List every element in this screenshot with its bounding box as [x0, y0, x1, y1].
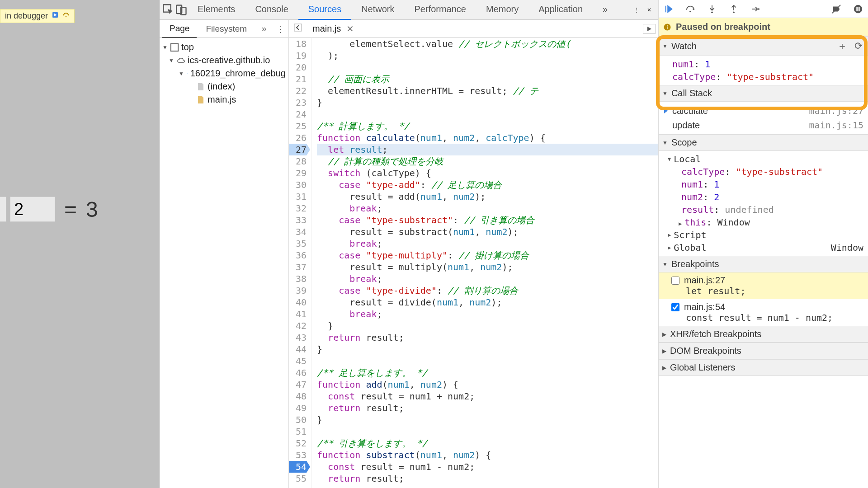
- code-line[interactable]: }: [317, 414, 658, 426]
- code-line[interactable]: result = divide(num1, num2);: [317, 296, 658, 308]
- line-number[interactable]: 23: [289, 97, 307, 108]
- line-number[interactable]: 47: [289, 379, 307, 390]
- scope-variable[interactable]: num2: 2: [659, 191, 868, 203]
- devtools-close-icon[interactable]: ✕: [643, 4, 656, 16]
- code-line[interactable]: /** 引き算をします。 */: [317, 437, 658, 449]
- line-number[interactable]: 50: [289, 414, 307, 426]
- code-line[interactable]: result = multiply(num1, num2);: [317, 261, 658, 273]
- line-number[interactable]: 25: [289, 120, 307, 132]
- line-number[interactable]: 41: [289, 308, 307, 320]
- line-number[interactable]: 24: [289, 108, 307, 120]
- num1-spinner-partial[interactable]: [0, 197, 6, 222]
- line-number[interactable]: 36: [289, 249, 307, 261]
- tab-sources[interactable]: Sources: [298, 0, 351, 20]
- xhr-breakpoints-header[interactable]: ▶XHR/fetch Breakpoints: [659, 326, 868, 343]
- tree-file-mainjs[interactable]: main.js: [161, 93, 287, 106]
- nav-more-icon[interactable]: »: [259, 23, 269, 34]
- tree-domain[interactable]: ▼ ics-creative.github.io: [161, 54, 287, 67]
- code-line[interactable]: // 計算の種類で処理を分岐: [317, 155, 658, 167]
- step-into-icon[interactable]: [706, 4, 718, 14]
- step-over-icon[interactable]: [684, 4, 697, 14]
- code-line[interactable]: const result = num1 - num2;: [317, 461, 658, 473]
- line-number[interactable]: 49: [289, 402, 307, 414]
- line-number[interactable]: 52: [289, 437, 307, 449]
- line-number[interactable]: 33: [289, 214, 307, 226]
- code-line[interactable]: case "type-multiply": // 掛け算の場合: [317, 249, 658, 261]
- nav-tab-page[interactable]: Page: [162, 20, 197, 38]
- line-number[interactable]: 22: [289, 85, 307, 97]
- code-line[interactable]: case "type-divide": // 割り算の場合: [317, 285, 658, 296]
- callstack-section-header[interactable]: ▼ Call Stack: [659, 85, 868, 102]
- line-number[interactable]: 42: [289, 320, 307, 332]
- code-line[interactable]: switch (calcType) {: [317, 167, 658, 179]
- code-line[interactable]: }: [317, 97, 658, 108]
- global-listeners-header[interactable]: ▶Global Listeners: [659, 359, 868, 376]
- line-number[interactable]: 46: [289, 367, 307, 379]
- code-line[interactable]: }: [317, 320, 658, 332]
- scope-this[interactable]: ▶this: Window: [659, 216, 868, 229]
- line-number[interactable]: 30: [289, 179, 307, 191]
- scope-variable[interactable]: result: undefined: [659, 203, 868, 216]
- line-number[interactable]: 29: [289, 167, 307, 179]
- editor-tab-mainjs[interactable]: main.js ✕: [308, 21, 360, 37]
- inspect-element-icon[interactable]: [162, 4, 175, 16]
- code-line[interactable]: return result;: [317, 402, 658, 414]
- deactivate-breakpoints-icon[interactable]: [830, 4, 843, 14]
- code-line[interactable]: function add(num1, num2) {: [317, 379, 658, 390]
- line-number[interactable]: 18: [289, 38, 307, 50]
- scope-local-group[interactable]: ▼Local: [659, 153, 868, 165]
- tree-file-index[interactable]: (index): [161, 80, 287, 93]
- line-number[interactable]: 45: [289, 355, 307, 367]
- resume-script-icon[interactable]: [662, 4, 675, 14]
- code-line[interactable]: elementSelect.value // セレクトボックスの値(: [317, 38, 658, 50]
- breakpoint-checkbox[interactable]: [671, 303, 679, 311]
- line-number[interactable]: 32: [289, 202, 307, 214]
- editor-prev-icon[interactable]: [292, 23, 304, 34]
- line-number[interactable]: 28: [289, 155, 307, 167]
- breakpoint-item[interactable]: main.js:54const result = num1 - num2;: [659, 299, 868, 326]
- line-number[interactable]: 26: [289, 132, 307, 144]
- step-icon[interactable]: [749, 4, 762, 14]
- tab-application[interactable]: Application: [528, 0, 593, 20]
- line-number[interactable]: 31: [289, 191, 307, 202]
- num2-input[interactable]: [10, 197, 55, 222]
- line-number[interactable]: 34: [289, 226, 307, 238]
- line-number[interactable]: 43: [289, 332, 307, 343]
- step-out-icon[interactable]: [727, 4, 740, 14]
- code-line[interactable]: /** 計算します。 */: [317, 120, 658, 132]
- line-number[interactable]: 48: [289, 390, 307, 402]
- resume-icon[interactable]: [52, 11, 59, 21]
- code-line[interactable]: return result;: [317, 473, 658, 484]
- code-line[interactable]: break;: [317, 308, 658, 320]
- code-line[interactable]: result = substract(num1, num2);: [317, 226, 658, 238]
- code-line[interactable]: [317, 426, 658, 437]
- line-number[interactable]: 27: [289, 144, 307, 155]
- line-number[interactable]: 38: [289, 273, 307, 285]
- step-over-banner-icon[interactable]: [62, 11, 70, 21]
- scope-section-header[interactable]: ▼ Scope: [659, 134, 868, 151]
- line-number[interactable]: 40: [289, 296, 307, 308]
- line-number[interactable]: 20: [289, 61, 307, 73]
- code-line[interactable]: result = add(num1, num2);: [317, 191, 658, 202]
- watch-expression[interactable]: calcType: "type-substract": [659, 70, 868, 83]
- code-line[interactable]: case "type-add": // 足し算の場合: [317, 179, 658, 191]
- line-number[interactable]: 53: [289, 449, 307, 461]
- line-number[interactable]: 35: [289, 238, 307, 249]
- refresh-watch-icon[interactable]: ⟳: [853, 40, 864, 52]
- nav-tab-filesystem[interactable]: Filesystem: [198, 20, 254, 38]
- tab-console[interactable]: Console: [245, 0, 298, 20]
- callstack-frame[interactable]: updatemain.js:15: [659, 118, 868, 132]
- code-line[interactable]: function calculate(num1, num2, calcType)…: [317, 132, 658, 144]
- line-number[interactable]: 55: [289, 473, 307, 484]
- dom-breakpoints-header[interactable]: ▶DOM Breakpoints: [659, 343, 868, 359]
- tab-network[interactable]: Network: [351, 0, 404, 20]
- line-number[interactable]: 51: [289, 426, 307, 437]
- run-snippet-icon[interactable]: [643, 24, 656, 34]
- code-line[interactable]: function substract(num1, num2) {: [317, 449, 658, 461]
- callstack-frame[interactable]: calculatemain.js:27: [659, 103, 868, 118]
- code-line[interactable]: return result;: [317, 332, 658, 343]
- code-line[interactable]: break;: [317, 202, 658, 214]
- code-line[interactable]: [317, 355, 658, 367]
- tree-top[interactable]: ▼ top: [161, 41, 287, 54]
- device-toolbar-icon[interactable]: [175, 4, 188, 16]
